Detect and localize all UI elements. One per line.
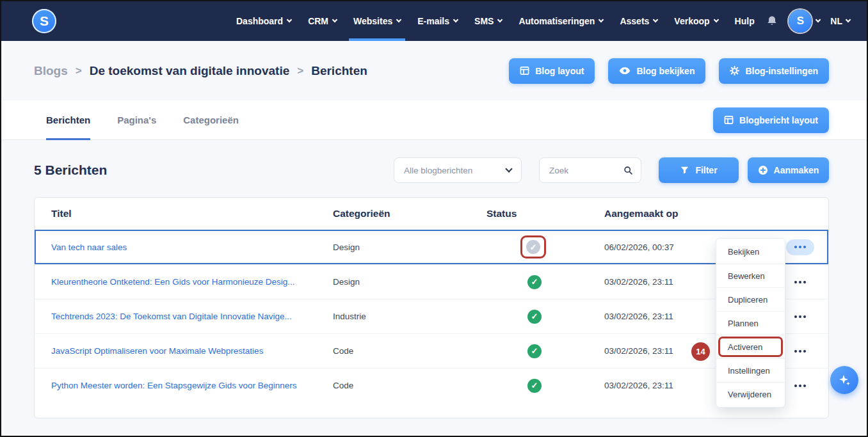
- status-inactive-icon: [526, 240, 540, 254]
- tab-label: Berichten: [46, 115, 90, 125]
- chevron-down-icon: [653, 17, 658, 22]
- row-actions-button[interactable]: [786, 377, 814, 393]
- post-category: Design: [333, 242, 360, 252]
- post-title-link[interactable]: Kleurentheorie Ontketend: Een Gids voor …: [51, 277, 294, 287]
- tab-paginas[interactable]: Pagina's: [117, 100, 156, 140]
- menu-item-bewerken[interactable]: Bewerken: [716, 264, 785, 287]
- nav-label: SMS: [474, 16, 494, 26]
- annotation-highlight-box: [520, 235, 546, 258]
- post-category: Design: [333, 277, 360, 287]
- post-title-link[interactable]: Python Meester worden: Een Stapsgewijze …: [51, 381, 296, 390]
- tab-label: Pagina's: [117, 115, 156, 125]
- menu-item-dupliceren[interactable]: Dupliceren: [716, 287, 785, 311]
- button-label: Blog-instellingen: [745, 66, 818, 76]
- create-button[interactable]: Aanmaken: [748, 157, 829, 183]
- column-header-titel: Titel: [35, 208, 333, 219]
- nav-label: Hulp: [735, 16, 755, 26]
- nav-item-dashboard[interactable]: Dashboard: [228, 1, 300, 41]
- breadcrumb-separator: >: [76, 65, 82, 77]
- button-label: Blogbericht layout: [739, 115, 818, 125]
- row-actions-button[interactable]: [786, 239, 814, 255]
- notifications-bell-icon[interactable]: [766, 15, 778, 28]
- status-active-icon: [527, 310, 542, 324]
- row-actions-button[interactable]: [786, 308, 814, 324]
- layout-icon: [724, 115, 734, 125]
- chevron-down-icon: [332, 17, 337, 22]
- filter-button[interactable]: Filter: [659, 157, 739, 183]
- select-value: Alle blogberichten: [404, 166, 472, 175]
- row-actions-button[interactable]: [786, 343, 814, 359]
- search-icon: [623, 165, 633, 176]
- status-active-icon: [527, 379, 542, 393]
- blog-layout-button[interactable]: Blog layout: [509, 58, 595, 84]
- chevron-down-icon: [846, 17, 851, 22]
- nav-item-crm[interactable]: CRM: [300, 1, 345, 41]
- nav-item-verkoop[interactable]: Verkoop: [666, 1, 726, 41]
- app-window: S Dashboard CRM Websites E-mails SMS Aut…: [0, 0, 868, 437]
- brand-logo[interactable]: S: [32, 9, 56, 33]
- nav-item-hulp[interactable]: Hulp: [727, 1, 763, 41]
- tab-label: Categorieën: [183, 115, 239, 125]
- row-actions-button[interactable]: [786, 274, 814, 290]
- user-menu[interactable]: S: [789, 10, 820, 33]
- language-selector[interactable]: NL: [830, 16, 850, 26]
- breadcrumb-item-blogs[interactable]: Blogs: [34, 64, 68, 78]
- menu-item-plannen[interactable]: Plannen: [716, 311, 785, 335]
- menu-item-verwijderen[interactable]: Verwijderen: [716, 382, 785, 406]
- nav-item-sms[interactable]: SMS: [466, 1, 510, 41]
- blog-settings-button[interactable]: Blog-instellingen: [719, 58, 829, 84]
- menu-item-instellingen[interactable]: Instellingen: [716, 358, 785, 382]
- sparkle-icon: [837, 372, 852, 388]
- page-title: 5 Berichten: [34, 163, 107, 178]
- nav-label: Automatiseringen: [518, 16, 595, 26]
- nav-item-websites[interactable]: Websites: [345, 1, 409, 41]
- post-created-date: 03/02/2026, 23:11: [604, 346, 673, 356]
- blogpost-filter-select[interactable]: Alle blogberichten: [394, 157, 522, 183]
- annotation-step-badge: 14: [691, 342, 710, 361]
- row-context-menu: Bekijken Bewerken Dupliceren Plannen Act…: [716, 238, 785, 408]
- table-row[interactable]: Van tech naar sales Design 06/02/2026, 0…: [35, 230, 828, 264]
- button-label: Blog layout: [535, 66, 584, 76]
- avatar-letter: S: [797, 15, 804, 28]
- post-title-link[interactable]: Van tech naar sales: [51, 242, 127, 252]
- nav-label: E-mails: [417, 16, 449, 26]
- nav-item-emails[interactable]: E-mails: [409, 1, 466, 41]
- nav-item-assets[interactable]: Assets: [611, 1, 666, 41]
- nav-label: Assets: [620, 16, 649, 26]
- nav-label: CRM: [308, 16, 328, 26]
- tab-categorieen[interactable]: Categorieën: [183, 100, 239, 140]
- tab-berichten[interactable]: Berichten: [46, 100, 90, 140]
- blogpost-layout-button[interactable]: Blogbericht layout: [713, 107, 829, 133]
- menu-item-activeren[interactable]: Activeren: [716, 335, 785, 358]
- breadcrumb-separator: >: [297, 65, 303, 77]
- post-title-link[interactable]: JavaScript Optimaliseren voor Maximale W…: [51, 346, 263, 356]
- header-actions: Blog layout Blog bekijken Blog-instellin…: [509, 58, 829, 84]
- post-created-date: 03/02/2026, 23:11: [604, 312, 673, 321]
- post-title-link[interactable]: Techtrends 2023: De Toekomst van Digital…: [51, 312, 292, 321]
- post-created-date: 06/02/2026, 00:37: [604, 242, 674, 252]
- post-created-date: 03/02/2026, 23:11: [604, 277, 673, 287]
- nav-label: Websites: [353, 16, 392, 26]
- filter-icon: [680, 166, 689, 175]
- breadcrumb-item-berichten: Berichten: [311, 64, 367, 78]
- nav-item-automatiseringen[interactable]: Automatiseringen: [510, 1, 611, 41]
- table-row[interactable]: Kleurentheorie Ontketend: Een Gids voor …: [35, 264, 828, 299]
- table-row[interactable]: Techtrends 2023: De Toekomst van Digital…: [35, 299, 828, 333]
- chevron-down-icon: [497, 17, 502, 22]
- column-header-aangemaakt: Aangemaakt op: [604, 208, 764, 219]
- chevron-down-icon: [816, 17, 821, 22]
- blog-view-button[interactable]: Blog bekijken: [608, 58, 705, 84]
- assistant-fab[interactable]: [830, 366, 858, 394]
- status-active-icon: [527, 344, 542, 358]
- table-row[interactable]: Python Meester worden: Een Stapsgewijze …: [35, 368, 828, 402]
- breadcrumb-item-blog-name[interactable]: De toekomst van digitale innovatie: [90, 64, 290, 78]
- search-box: [539, 157, 641, 183]
- post-category: Code: [333, 381, 353, 390]
- menu-item-bekijken[interactable]: Bekijken: [716, 240, 785, 264]
- post-category: Code: [333, 346, 353, 356]
- search-input[interactable]: [549, 166, 623, 175]
- column-header-status: Status: [486, 208, 604, 219]
- layout-icon: [520, 66, 529, 75]
- menu-item-label: Activeren: [728, 342, 762, 352]
- table-header-row: Titel Categorieën Status Aangemaakt op: [35, 198, 828, 230]
